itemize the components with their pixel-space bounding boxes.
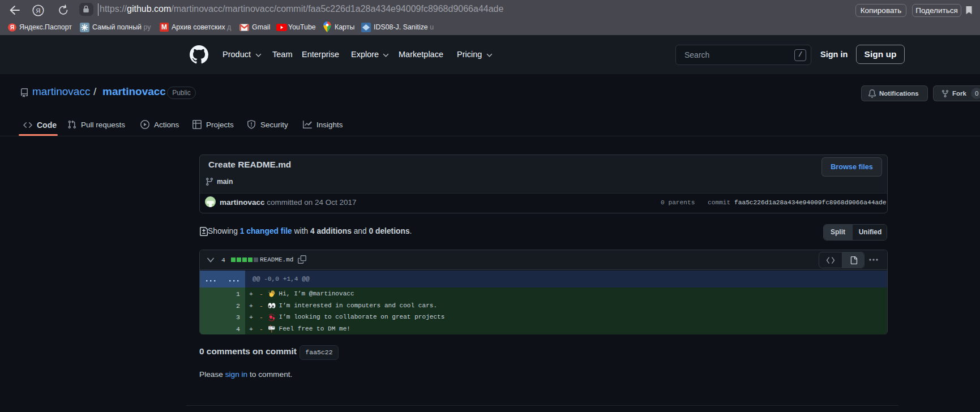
svg-text:Я: Я <box>10 24 14 31</box>
svg-text:Я: Я <box>36 7 40 14</box>
